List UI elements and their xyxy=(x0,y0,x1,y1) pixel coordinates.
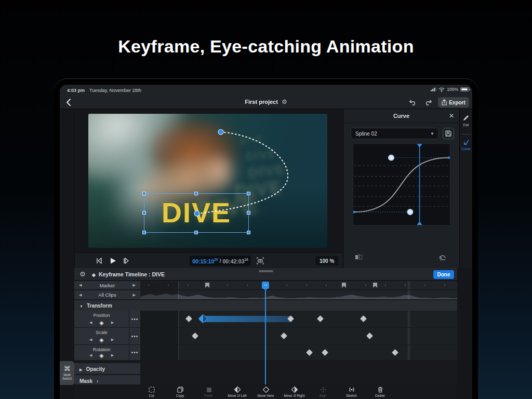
clip-start-edge xyxy=(178,345,179,360)
copy-icon xyxy=(177,386,184,393)
tab-edit[interactable]: Edit xyxy=(460,114,472,127)
toolbar-copy-button[interactable]: Copy xyxy=(168,386,192,397)
keyframe-diamond[interactable] xyxy=(281,332,287,339)
next-clip-arrow[interactable]: ▶ xyxy=(133,293,136,297)
selection-handle[interactable] xyxy=(194,192,198,195)
export-button[interactable]: Export xyxy=(438,97,469,108)
status-date: Tuesday, November 28th xyxy=(89,88,141,93)
marker-row: ◀ Marker ▶ + xyxy=(74,281,457,290)
next-keyframe-arrow[interactable]: ▶ xyxy=(111,353,114,357)
ruler-dot xyxy=(424,285,425,286)
ruler-dot xyxy=(227,285,228,286)
undo-button[interactable] xyxy=(408,98,418,107)
flip-curve-icon[interactable] xyxy=(355,254,363,261)
curve-control-point[interactable] xyxy=(407,209,413,215)
pencil-icon xyxy=(462,114,470,122)
all-clips-track[interactable] xyxy=(140,290,457,299)
done-button[interactable]: Done xyxy=(433,270,454,279)
play-button[interactable] xyxy=(108,256,117,265)
timeline-drag-handle[interactable] xyxy=(259,270,273,272)
toolbar-delete-button[interactable]: Delete xyxy=(368,386,392,397)
next-keyframe-arrow[interactable]: ▶ xyxy=(111,321,114,325)
keyframe-diamond[interactable] xyxy=(306,349,313,356)
position-track[interactable] xyxy=(140,311,457,327)
scale-more-button[interactable]: ••• xyxy=(129,328,140,344)
next-marker-arrow[interactable]: ▶ xyxy=(133,283,136,287)
add-keyframe-diamond-button[interactable]: ◈ xyxy=(99,337,103,342)
keyframe-diamond[interactable] xyxy=(185,315,192,322)
snapshot-button[interactable] xyxy=(256,257,264,265)
keyframe-diamond[interactable] xyxy=(322,349,328,356)
keyframe-diamond[interactable] xyxy=(317,315,324,322)
clip-end-edge xyxy=(407,281,410,289)
project-settings-gear-icon[interactable]: ⚙ xyxy=(282,98,287,105)
reset-curve-icon[interactable] xyxy=(438,254,447,261)
keyframe-diamond[interactable] xyxy=(360,315,367,322)
scale-row: Scale ◀ ◈ ▶ ••• xyxy=(74,328,457,345)
ruler-dot xyxy=(444,285,445,286)
multi-select-button[interactable]: ⌘ Multi Select xyxy=(60,361,74,385)
selection-handle[interactable] xyxy=(247,231,250,234)
signal-icon xyxy=(431,87,436,91)
clip-start-edge xyxy=(178,281,179,289)
selection-handle[interactable] xyxy=(142,231,146,234)
prev-keyframe-arrow[interactable]: ◀ xyxy=(89,353,92,357)
toolbar-move-1f-left-button[interactable]: Move 1f Left xyxy=(225,386,249,397)
add-keyframe-diamond-button[interactable]: ◈ xyxy=(99,353,103,358)
next-keyframe-arrow[interactable]: ▶ xyxy=(111,338,114,342)
toolbar-move-1f-right-button[interactable]: Move 1f Right xyxy=(283,386,307,397)
step-back-button[interactable] xyxy=(95,256,104,265)
title-selection-box[interactable]: DIVE xyxy=(144,193,249,233)
curve-graph[interactable] xyxy=(353,143,450,225)
zoom-level[interactable]: 100 % xyxy=(315,256,338,265)
video-preview[interactable]: DIVEDIVEDIVEDIVEDIVE DIVE xyxy=(88,114,327,248)
scale-track[interactable] xyxy=(140,328,457,344)
opacity-row[interactable]: ▶Opacity xyxy=(74,363,457,375)
close-icon[interactable]: ✕ xyxy=(449,112,454,119)
toolbar-cut-button[interactable]: Cut xyxy=(140,386,164,397)
marker-bookmark-icon[interactable] xyxy=(205,283,209,288)
all-clips-label: All Clips xyxy=(74,290,140,299)
save-preset-button[interactable] xyxy=(443,128,454,139)
timeline-settings-gear-icon[interactable]: ⚙ xyxy=(79,270,86,278)
marker-bookmark-icon[interactable] xyxy=(373,283,377,288)
selection-handle[interactable] xyxy=(247,211,250,215)
collapse-triangle-icon: ▼ xyxy=(79,304,83,308)
step-forward-button[interactable] xyxy=(122,256,131,265)
tab-curve[interactable]: Curve xyxy=(460,138,472,151)
ruler-dot xyxy=(326,285,327,286)
redo-button[interactable] xyxy=(423,98,433,107)
toolbar-stretch-button[interactable]: Stretch xyxy=(340,386,364,397)
battery-icon xyxy=(460,87,469,91)
timeline-header: ⚙ ◆Keyframe Timeline : DIVE Done xyxy=(74,268,457,281)
add-keyframe-diamond-button[interactable]: ◈ xyxy=(99,320,103,325)
command-icon: ⌘ xyxy=(64,366,71,372)
keyframe-span-bar[interactable] xyxy=(203,316,291,322)
marker-track[interactable]: + xyxy=(140,281,457,289)
selection-handle[interactable] xyxy=(142,211,146,215)
selection-handle[interactable] xyxy=(194,231,198,234)
paste-icon xyxy=(205,386,212,393)
toolbar-paste-button: Paste xyxy=(197,386,221,397)
clip-end-edge xyxy=(407,328,410,344)
dive-title-text[interactable]: DIVE xyxy=(162,196,231,229)
curve-control-point[interactable] xyxy=(388,155,394,161)
selection-handle[interactable] xyxy=(247,192,250,195)
keyframe-diamond[interactable] xyxy=(192,332,198,339)
toolbar-move-here-button[interactable]: Move Here xyxy=(254,386,278,397)
prev-keyframe-arrow[interactable]: ◀ xyxy=(89,338,92,342)
expand-triangle-icon: ▶ xyxy=(79,367,82,371)
rotation-more-button[interactable]: ••• xyxy=(129,345,140,360)
spline-preset-dropdown[interactable]: Spline 02 xyxy=(351,128,438,139)
marker-bookmark-icon[interactable] xyxy=(342,283,346,288)
position-more-button[interactable]: ••• xyxy=(129,311,140,327)
rotation-track[interactable] xyxy=(140,345,457,360)
timeline-title: ◆Keyframe Timeline : DIVE xyxy=(92,271,165,277)
transform-section-row[interactable]: ▼Transform xyxy=(74,300,457,311)
selection-handle[interactable] xyxy=(142,192,146,195)
keyframe-diamond[interactable] xyxy=(366,332,373,339)
keyframe-diamond[interactable] xyxy=(392,349,398,356)
add-marker-button[interactable]: + xyxy=(262,282,269,289)
prev-keyframe-arrow[interactable]: ◀ xyxy=(89,321,92,325)
delete-icon xyxy=(377,386,384,393)
